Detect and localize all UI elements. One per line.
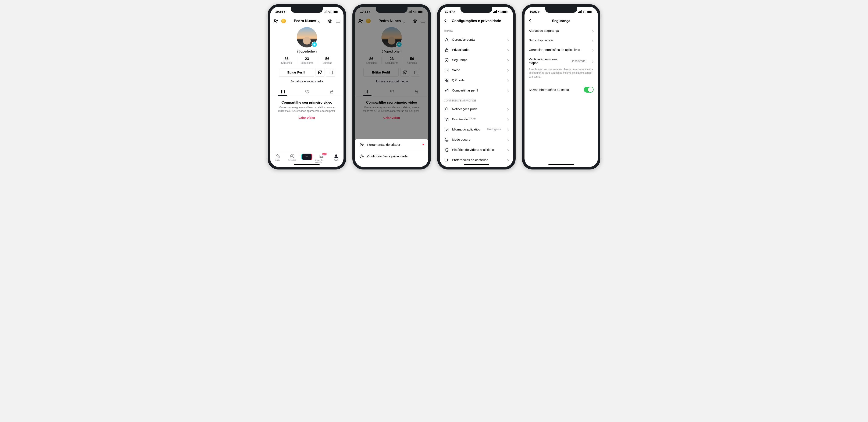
tab-private[interactable] [319,87,343,96]
battery-icon [587,10,593,13]
shield-icon [444,58,448,62]
row-manage-account[interactable]: Gerenciar conta [440,34,513,44]
username: @opedrohen [297,50,317,54]
security-list[interactable]: Alertas de segurança Seus dispositivos G… [525,26,598,167]
creator-tools-icon [359,142,364,147]
profile-nav-bar: Pedro Nunes [270,16,343,26]
coin-icon[interactable] [281,19,286,23]
row-security[interactable]: Segurança [440,55,513,65]
menu-sheet: Ferramentas do criador Configurações e p… [355,139,428,167]
status-time: 10:53➤ [275,10,286,13]
chevron-right-icon [590,29,594,32]
row-app-language[interactable]: Idioma do aplicativo Português [440,124,513,134]
empty-state: Compartilhe seu primeiro vídeo Grave ou … [270,96,343,124]
chevron-right-icon [505,138,509,141]
row-dark-mode[interactable]: Modo escuro [440,134,513,144]
location-arrow-icon: ➤ [284,10,286,13]
chevron-right-icon [505,117,509,121]
language-icon [444,127,448,131]
row-your-devices[interactable]: Seus dispositivos [525,35,598,45]
chevron-right-icon [505,89,509,92]
avatar[interactable]: + [297,27,317,47]
profile-name-dropdown[interactable]: Pedro Nunes [294,19,320,23]
notch [291,7,323,13]
save-info-toggle[interactable] [584,87,594,93]
avatar-add-icon[interactable]: + [311,41,317,47]
row-live-events[interactable]: Eventos de LIVE [440,114,513,124]
add-friend-icon[interactable] [273,19,278,24]
row-share-profile[interactable]: Compartilhar perfil [440,85,513,95]
sheet-creator-tools[interactable]: Ferramentas do criador [355,139,428,150]
create-video-link[interactable]: Criar vídeo [276,116,338,120]
edit-profile-button[interactable]: Editar Perfil [279,68,314,77]
page-title: Configurações e privacidade [443,19,510,23]
battery-icon [502,10,508,13]
settings-list[interactable]: CONTA Gerenciar conta Privacidade Segura… [440,26,513,167]
signal-icon [493,10,497,13]
language-value: Português [487,128,501,131]
row-two-step[interactable]: Verificação em duas etapas Desativada [525,55,598,68]
gear-icon [359,154,364,159]
chevron-right-icon [505,128,509,131]
sheet-settings-privacy[interactable]: Configurações e privacidade [355,150,428,162]
calendar-icon [444,117,448,121]
tab-posts[interactable] [270,87,294,96]
row-watch-history[interactable]: Histórico de vídeos assistidos [440,144,513,155]
profile-tabs [270,87,343,96]
empty-title: Compartilhe seu primeiro vídeo [276,101,338,104]
chevron-right-icon [505,58,509,61]
stat-followers[interactable]: 23 Seguidores [297,57,317,64]
row-save-account-info[interactable]: Salvar informações da conta [525,84,598,96]
chevron-right-icon [590,59,594,63]
stat-following[interactable]: 86 Seguindo [276,57,297,64]
menu-icon[interactable] [336,19,341,24]
row-security-alerts[interactable]: Alertas de segurança [525,26,598,35]
profile-icon [334,154,339,159]
phone-4: 10:57➤ Segurança Alertas de segurança Se… [522,4,600,169]
moon-icon [444,137,448,141]
location-arrow-icon: ➤ [538,10,540,13]
chevron-right-icon [505,148,509,151]
inbox-badge: 28 [322,153,327,155]
two-step-value: Desativada [571,59,586,63]
empty-subtitle: Grave ou carregue um vídeo com efeitos, … [276,106,338,113]
compass-icon [290,154,295,159]
phone-3: 10:57➤ Configurações e privacidade CONTA… [437,4,516,169]
profile-area: + @opedrohen 86 Seguindo 23 Seguidores 5… [270,26,343,152]
tab-profile[interactable]: Perfil [330,154,342,161]
chevron-right-icon [505,158,509,161]
row-privacy[interactable]: Privacidade [440,44,513,55]
row-push-notifications[interactable]: Notificações push [440,104,513,114]
wallet-icon [444,68,448,72]
stat-likes[interactable]: 56 Curtidas [317,57,337,64]
row-balance[interactable]: Saldo [440,65,513,75]
tab-discover[interactable]: Descobrir [286,154,299,161]
phone-2: 10:53➤ Pedro Nunes [352,4,431,169]
notification-dot-icon [423,144,424,145]
row-qr-code[interactable]: QR code [440,75,513,85]
instagram-button[interactable] [315,68,324,77]
row-app-permissions[interactable]: Gerenciar permissões de aplicativos [525,45,598,55]
row-content-preferences[interactable]: Preferências de conteúdo [440,155,513,165]
tab-liked[interactable] [294,87,319,96]
eye-icon[interactable] [328,19,333,24]
lock-icon [444,47,448,52]
tab-create[interactable]: + [301,154,313,160]
wifi-icon [328,10,332,13]
bookmark-button[interactable] [326,68,335,77]
notch [376,7,407,13]
home-indicator [294,164,319,165]
chevron-right-icon [505,78,509,82]
video-icon [444,158,448,162]
phone-1: 10:53➤ Pedro Nunes [268,4,346,169]
notch [461,7,492,13]
chevron-right-icon [505,68,509,72]
create-button-icon: + [302,154,311,160]
chevron-right-icon [505,48,509,51]
battery-icon [333,10,338,13]
status-time: 10:57➤ [445,10,456,13]
tab-home[interactable]: Início [271,154,284,161]
bell-icon [444,107,448,111]
tab-inbox[interactable]: 28 Caixa de entrada [315,154,328,163]
two-step-description: A verificação em duas etapas oferece uma… [525,68,598,80]
